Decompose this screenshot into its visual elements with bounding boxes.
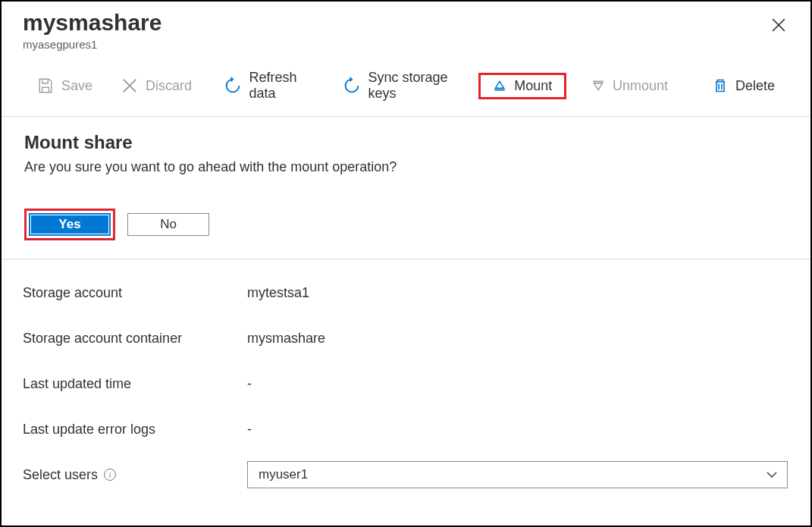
field-storage-account: Storage account mytestsa1	[23, 270, 788, 315]
errors-value: -	[247, 422, 252, 438]
delete-button[interactable]: Delete	[698, 73, 789, 99]
no-button[interactable]: No	[127, 213, 209, 236]
info-icon[interactable]: i	[104, 469, 116, 481]
discard-button[interactable]: Discard	[107, 72, 206, 99]
chevron-down-icon	[766, 469, 778, 481]
panel-text: Are you sure you want to go ahead with t…	[24, 159, 788, 175]
users-label-text: Select users	[23, 467, 98, 483]
sync-icon	[343, 77, 361, 95]
save-label: Save	[61, 78, 92, 94]
mount-icon	[493, 79, 506, 93]
field-container: Storage account container mysmashare	[23, 315, 788, 361]
sync-button[interactable]: Sync storage keys	[328, 64, 476, 107]
yes-button[interactable]: Yes	[29, 213, 111, 236]
blade-header: mysmashare myasegpures1	[2, 2, 810, 51]
save-icon	[37, 77, 54, 94]
storage-account-value: mytestsa1	[247, 285, 309, 301]
field-users: Select users i myuser1	[23, 452, 788, 497]
field-errors: Last update error logs -	[23, 406, 788, 452]
updated-value: -	[247, 376, 252, 392]
panel-title: Mount share	[24, 132, 788, 153]
page-subtitle: myasegpures1	[23, 38, 788, 51]
command-bar: Save Discard Refresh data Sync storage k…	[2, 51, 810, 117]
users-selected: myuser1	[259, 467, 308, 482]
discard-label: Discard	[146, 78, 192, 94]
details-section: Storage account mytestsa1 Storage accoun…	[2, 259, 810, 497]
users-dropdown[interactable]: myuser1	[247, 461, 788, 488]
panel-buttons: Yes No	[24, 209, 788, 240]
container-label: Storage account container	[23, 331, 247, 347]
unmount-icon	[591, 79, 605, 93]
save-button[interactable]: Save	[23, 72, 107, 99]
errors-label: Last update error logs	[23, 422, 247, 438]
unmount-label: Unmount	[613, 78, 668, 94]
container-value: mysmashare	[247, 331, 325, 347]
users-label: Select users i	[23, 467, 247, 483]
delete-icon	[713, 78, 728, 93]
updated-label: Last updated time	[23, 376, 247, 392]
close-icon	[772, 18, 785, 34]
no-wrap: No	[123, 209, 214, 240]
discard-icon	[121, 77, 138, 94]
share-blade: mysmashare myasegpures1 Save Discard	[0, 0, 812, 527]
page-title: mysmashare	[23, 9, 788, 36]
yes-wrap: Yes	[24, 209, 115, 240]
mount-button[interactable]: Mount	[478, 73, 566, 99]
mount-confirm-panel: Mount share Are you sure you want to go …	[2, 117, 810, 259]
close-button[interactable]	[768, 15, 789, 36]
refresh-label: Refresh data	[249, 70, 314, 102]
unmount-button[interactable]: Unmount	[577, 73, 682, 99]
field-updated: Last updated time -	[23, 361, 788, 406]
refresh-button[interactable]: Refresh data	[209, 64, 328, 107]
refresh-icon	[224, 77, 242, 95]
storage-account-label: Storage account	[23, 285, 247, 301]
sync-label: Sync storage keys	[368, 70, 462, 102]
mount-label: Mount	[514, 78, 552, 94]
delete-label: Delete	[735, 78, 775, 94]
